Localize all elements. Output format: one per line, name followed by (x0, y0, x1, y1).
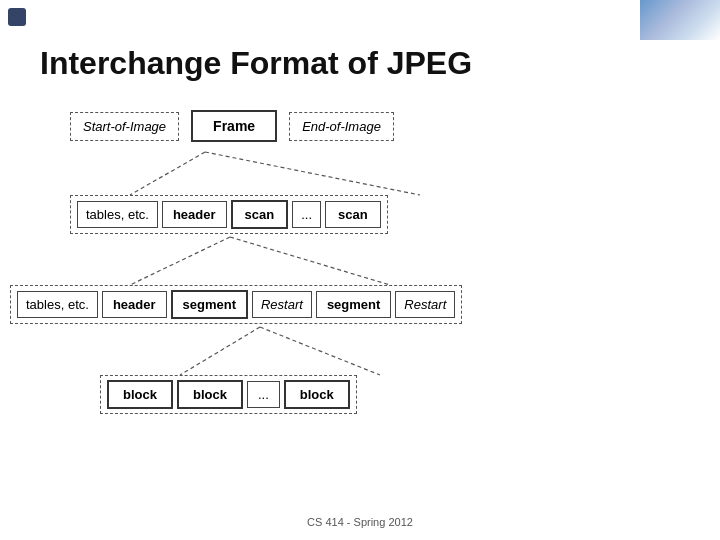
box-segment-1: segment (171, 290, 248, 319)
box-frame: Frame (191, 110, 277, 142)
box-restart-2: Restart (395, 291, 455, 318)
diagram: Start-of-Image Frame End-of-Image tables… (10, 110, 710, 500)
row3: tables, etc. header segment Restart segm… (10, 285, 462, 324)
svg-line-1 (205, 152, 420, 195)
row4: block block ... block (100, 375, 357, 414)
box-block-1: block (107, 380, 173, 409)
box-scan-1: scan (231, 200, 289, 229)
box-header-2: header (162, 201, 227, 228)
box-end-of-image: End-of-Image (289, 112, 394, 141)
corner-decoration-dot (8, 8, 26, 26)
box-start-of-image: Start-of-Image (70, 112, 179, 141)
corner-decoration (640, 0, 720, 40)
box-header-3: header (102, 291, 167, 318)
box-scan-2: scan (325, 201, 381, 228)
box-restart-1: Restart (252, 291, 312, 318)
svg-line-5 (260, 327, 380, 375)
page-title: Interchange Format of JPEG (40, 45, 472, 82)
row1: Start-of-Image Frame End-of-Image (70, 110, 394, 142)
box-tables-3: tables, etc. (17, 291, 98, 318)
svg-line-4 (180, 327, 260, 375)
box-tables-2: tables, etc. (77, 201, 158, 228)
box-ellipsis-4: ... (247, 381, 280, 408)
box-ellipsis-2: ... (292, 201, 321, 228)
svg-line-2 (130, 237, 230, 285)
footer: CS 414 - Spring 2012 (0, 516, 720, 528)
svg-line-0 (130, 152, 205, 195)
box-segment-2: segment (316, 291, 391, 318)
box-block-3: block (284, 380, 350, 409)
row2: tables, etc. header scan ... scan (70, 195, 388, 234)
box-block-2: block (177, 380, 243, 409)
svg-line-3 (230, 237, 390, 285)
